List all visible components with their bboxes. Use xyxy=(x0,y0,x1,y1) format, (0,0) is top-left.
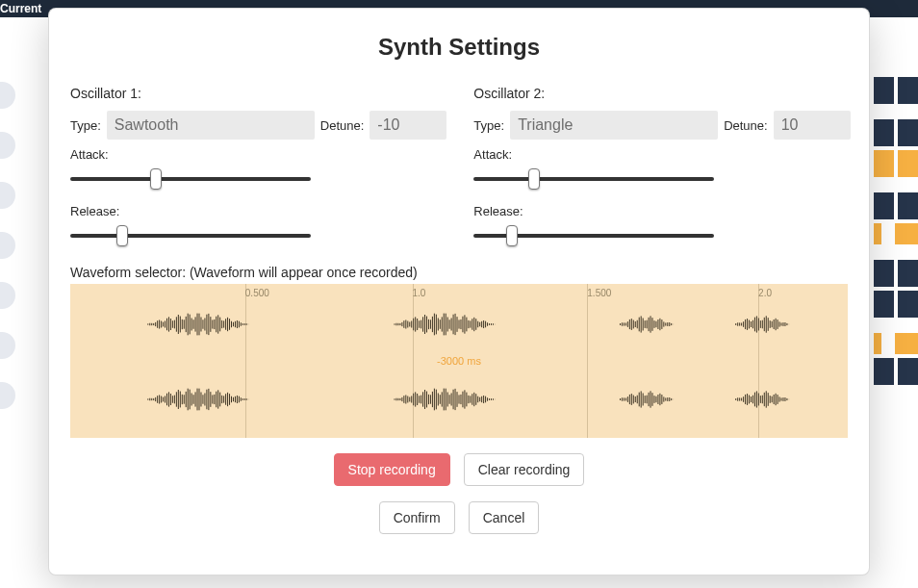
osc2-release-slider[interactable] xyxy=(473,226,714,245)
nav-pill[interactable] xyxy=(0,182,15,209)
waveform-tick: 0.500 xyxy=(245,288,269,298)
oscillator-1-panel: Oscillator 1: Type: Detune: Attack: Rele… xyxy=(70,86,446,257)
osc2-attack-slider[interactable] xyxy=(473,169,714,189)
nav-pill[interactable] xyxy=(0,82,15,109)
osc1-heading: Oscillator 1: xyxy=(70,86,446,101)
osc2-detune-input[interactable] xyxy=(774,111,851,140)
osc1-attack-label: Attack: xyxy=(70,147,446,162)
clear-recording-button[interactable]: Clear recording xyxy=(464,453,585,486)
osc2-detune-label: Detune: xyxy=(724,118,768,133)
osc2-attack-label: Attack: xyxy=(473,147,850,162)
synth-settings-modal: Synth Settings Oscillator 1: Type: Detun… xyxy=(48,8,870,575)
osc1-type-label: Type: xyxy=(70,118,101,133)
osc1-release-label: Release: xyxy=(70,204,446,218)
stop-recording-button[interactable]: Stop recording xyxy=(334,453,450,486)
nav-pill[interactable] xyxy=(0,232,15,259)
osc1-detune-label: Detune: xyxy=(320,118,365,133)
nav-pill[interactable] xyxy=(0,332,15,359)
left-pill-column xyxy=(0,82,15,434)
oscillator-2-panel: Oscillator 2: Type: Detune: Attack: Rele… xyxy=(473,86,850,257)
osc1-detune-input[interactable] xyxy=(370,111,446,140)
waveform-tick: 1.500 xyxy=(587,288,611,298)
osc1-type-input[interactable] xyxy=(107,111,315,140)
modal-title: Synth Settings xyxy=(70,34,848,61)
topbar-label: Current xyxy=(0,2,41,15)
osc2-release-label: Release: xyxy=(473,204,850,218)
waveform-label: Waveform selector: (Waveform will appear… xyxy=(70,265,848,280)
right-grid xyxy=(874,77,918,396)
waveform-tick: 2.0 xyxy=(758,288,772,298)
osc2-type-input[interactable] xyxy=(510,111,718,140)
nav-pill[interactable] xyxy=(0,132,15,159)
recording-button-row: Stop recording Clear recording xyxy=(70,453,848,486)
cancel-button[interactable]: Cancel xyxy=(469,501,540,534)
confirm-button[interactable]: Confirm xyxy=(379,501,455,534)
waveform-center-text: -3000 ms xyxy=(437,355,481,367)
osc1-release-slider[interactable] xyxy=(70,226,311,245)
osc2-heading: Oscillator 2: xyxy=(473,86,850,101)
osc2-type-label: Type: xyxy=(473,118,504,133)
nav-pill[interactable] xyxy=(0,282,15,309)
waveform-panel[interactable]: 0.500 1.0 1.500 2.0 -3000 ms xyxy=(70,284,848,438)
nav-pill[interactable] xyxy=(0,382,15,409)
osc1-attack-slider[interactable] xyxy=(70,169,311,189)
waveform-tick: 1.0 xyxy=(413,288,426,298)
confirm-button-row: Confirm Cancel xyxy=(70,501,848,534)
